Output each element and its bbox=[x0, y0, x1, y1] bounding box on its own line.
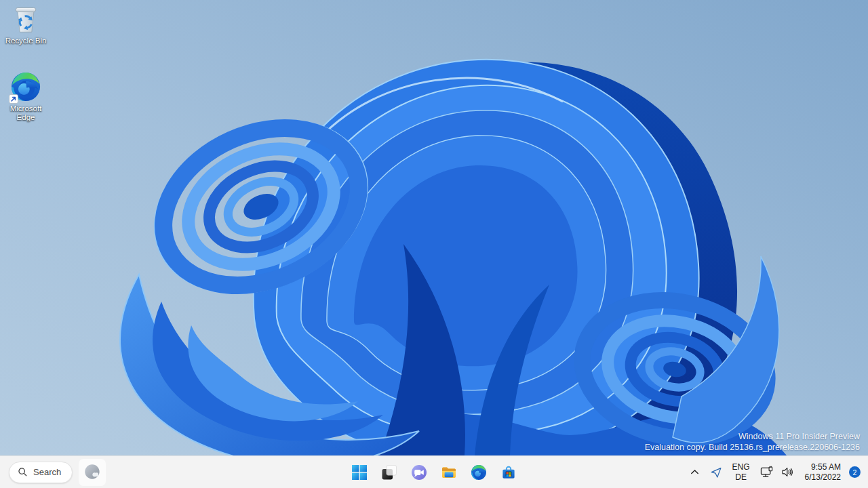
search-icon bbox=[18, 467, 28, 477]
language-switcher-button[interactable]: ENG DE bbox=[730, 459, 752, 486]
clock-date: 6/13/2022 bbox=[805, 472, 841, 483]
edge-icon bbox=[471, 464, 487, 481]
ethernet-network-icon bbox=[760, 466, 774, 479]
location-in-use-icon bbox=[710, 466, 722, 479]
recycle-bin-icon bbox=[9, 3, 42, 35]
taskbar-left-group: Search bbox=[9, 459, 106, 486]
start-button[interactable] bbox=[346, 459, 373, 486]
task-view-icon bbox=[381, 464, 397, 481]
file-explorer-button[interactable] bbox=[435, 459, 462, 486]
file-explorer-icon bbox=[441, 464, 457, 481]
watermark-line1: Windows 11 Pro Insider Preview bbox=[645, 431, 860, 442]
taskbar-tray-group: ENG DE bbox=[688, 459, 861, 486]
desktop-icon-recycle-bin[interactable]: Recycle Bin bbox=[0, 3, 52, 45]
desktop: Recycle Bin Microsoft Edge Windows 11 Pr… bbox=[0, 0, 868, 488]
desktop-icon-label: Microsoft Edge bbox=[2, 104, 50, 122]
windows-start-icon bbox=[351, 464, 368, 481]
microsoft-store-icon bbox=[500, 464, 517, 481]
edge-icon bbox=[9, 70, 42, 103]
widgets-button[interactable] bbox=[79, 459, 106, 486]
clock-button[interactable]: 9:55 AM 6/13/2022 bbox=[803, 459, 843, 486]
watermark-line2: Evaluation copy. Build 25136.rs_prerelea… bbox=[645, 442, 860, 453]
chat-button[interactable] bbox=[406, 459, 433, 486]
notification-badge[interactable]: 2 bbox=[849, 466, 861, 478]
speaker-icon bbox=[781, 466, 795, 478]
shortcut-arrow-icon bbox=[9, 94, 18, 104]
chat-video-icon bbox=[411, 464, 427, 481]
store-button[interactable] bbox=[495, 459, 522, 486]
search-label: Search bbox=[33, 467, 61, 477]
language-line1: ENG bbox=[732, 462, 750, 472]
desktop-icon-label: Recycle Bin bbox=[5, 37, 47, 45]
location-indicator-button[interactable] bbox=[708, 459, 724, 486]
desktop-icon-microsoft-edge[interactable]: Microsoft Edge bbox=[0, 70, 52, 122]
chevron-up-icon bbox=[690, 467, 700, 477]
weather-widget-icon bbox=[83, 463, 102, 481]
language-line2: DE bbox=[735, 472, 747, 483]
insider-watermark: Windows 11 Pro Insider Preview Evaluatio… bbox=[645, 431, 860, 453]
search-button[interactable]: Search bbox=[9, 462, 73, 483]
show-hidden-icons-button[interactable] bbox=[688, 459, 702, 486]
network-volume-button[interactable] bbox=[758, 459, 797, 486]
wallpaper-bloom bbox=[0, 0, 868, 455]
taskbar: Search bbox=[0, 455, 868, 488]
task-view-button[interactable] bbox=[376, 459, 403, 486]
taskbar-center-group bbox=[346, 459, 522, 486]
edge-button[interactable] bbox=[465, 459, 492, 486]
clock-time: 9:55 AM bbox=[811, 462, 841, 472]
